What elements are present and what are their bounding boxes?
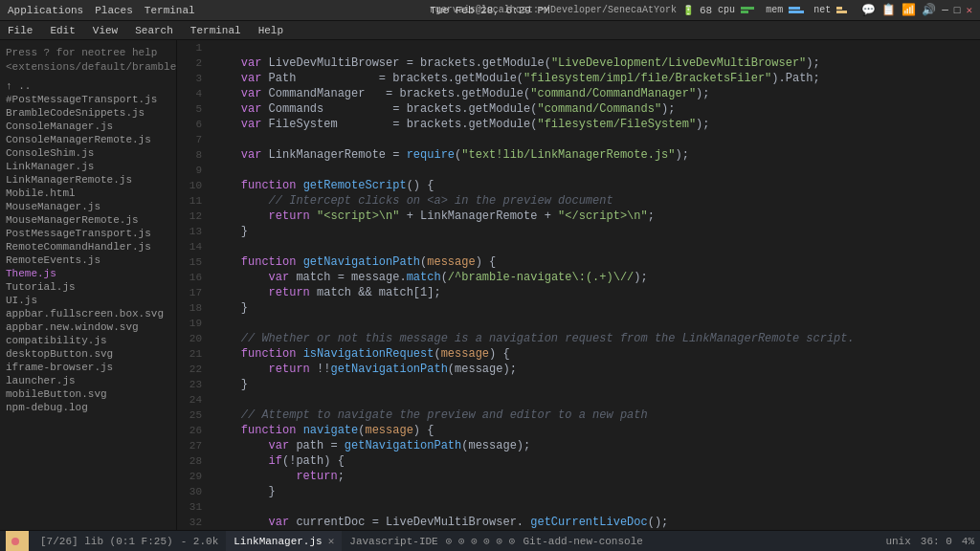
sidebar-file-item[interactable]: MouseManagerRemote.js [0,213,176,227]
table-row: 25 // Attempt to navigate the preview an… [177,408,980,423]
sidebar-file-item[interactable]: mobileButton.svg [0,387,176,401]
system-bar: Applications Places Terminal Tue Feb 28,… [0,0,980,21]
table-row: 32 var currentDoc = LiveDevMultiBrowser.… [177,515,980,530]
line-content [210,316,980,331]
line-content: } [210,300,980,316]
error-dot [11,538,19,545]
line-content: var Path = brackets.getModule("filesyste… [210,71,980,86]
line-number: 14 [177,239,210,254]
table-row: 1 [177,40,980,55]
line-content: function navigate(message) { [210,423,980,438]
line-number: 12 [177,209,210,224]
line-content: // Intercept clicks on <a> in the previe… [210,193,980,209]
sidebar-file-item[interactable]: PostMessageTransport.js [0,227,176,240]
sidebar-file-item[interactable]: iframe-browser.js [0,361,176,374]
table-row: 7 [177,132,980,147]
sidebar-file-item[interactable]: npm-debug.log [0,401,176,414]
menu-edit[interactable]: Edit [48,25,77,36]
sidebar-file-item[interactable]: Tutorial.js [0,280,176,294]
net-bar [836,4,856,17]
menu-help[interactable]: Help [256,25,285,36]
status-encoding: ⊙ ⊙ ⊙ ⊙ ⊙ ⊙ [446,535,516,547]
status-line-ending: unix [885,536,910,547]
window-minimize[interactable]: ─ [942,5,948,16]
line-content: return !!getNavigationPath(message); [210,362,980,377]
table-row: 2 var LiveDevMultiBrowser = brackets.get… [177,55,980,71]
sidebar-file-item[interactable]: LinkManager.js [0,160,176,173]
line-number: 13 [177,224,210,239]
sidebar-file-item[interactable]: MouseManager.js [0,200,176,213]
line-number: 27 [177,438,210,453]
battery-icon: 🔋 [682,5,694,16]
sidebar-file-item[interactable]: Mobile.html [0,187,176,200]
applications-menu[interactable]: Applications [8,5,83,16]
sidebar-file-item[interactable]: ConsoleShim.js [0,146,176,160]
sidebar-file-item[interactable]: desktopButton.svg [0,347,176,361]
line-content: } [210,484,980,499]
sidebar-file-item[interactable]: Theme.js [0,267,176,280]
sidebar-file-item[interactable]: ConsoleManager.js [0,120,176,133]
window-maximize[interactable]: □ [954,5,961,16]
table-row: 18 } [177,300,980,316]
line-number: 8 [177,147,210,163]
sidebar-file-item[interactable]: ↑ .. [0,79,176,93]
places-menu[interactable]: Places [95,5,133,16]
line-number: 17 [177,285,210,300]
sidebar-file-item[interactable]: appbar.new.window.svg [0,320,176,334]
line-content [210,40,980,55]
line-number: 18 [177,300,210,316]
line-number: 20 [177,331,210,346]
table-row: 4 var CommandManager = brackets.getModul… [177,86,980,101]
table-row: 24 [177,392,980,408]
sidebar-file-item[interactable]: compatibility.js [0,334,176,347]
volume-icon: 🔊 [922,3,936,17]
sidebar-file-item[interactable]: #PostMessageTransport.js [0,93,176,106]
line-content: // Attempt to navigate the preview and e… [210,408,980,423]
status-tab-filename[interactable]: LinkManager.js ✕ [226,531,342,552]
line-content: function getRemoteScript() { [210,178,980,193]
line-number: 24 [177,392,210,408]
line-number: 25 [177,408,210,423]
system-bar-clock: Tue Feb 28, 6:29 PM [430,5,549,16]
line-content: var CommandManager = brackets.getModule(… [210,86,980,101]
menu-terminal[interactable]: Terminal [189,25,243,36]
table-row: 16 var match = message.match(/^bramble-n… [177,270,980,285]
line-number: 19 [177,316,210,331]
menu-search[interactable]: Search [133,25,175,36]
table-row: 17 return match && match[1]; [177,285,980,300]
table-row: 20 // Whether or not this message is a n… [177,331,980,346]
status-col: 36: 0 [921,536,952,547]
line-content: var LinkManagerRemote = require("text!li… [210,147,980,163]
window-close[interactable]: ✕ [966,4,972,16]
menu-view[interactable]: View [91,25,120,36]
sidebar-file-item[interactable]: LinkManagerRemote.js [0,173,176,187]
line-content: var FileSystem = brackets.getModule("fil… [210,117,980,132]
line-content: return; [210,469,980,484]
terminal-menu[interactable]: Terminal [145,5,195,16]
line-content: function getNavigationPath(message) { [210,254,980,270]
line-number: 15 [177,254,210,270]
status-filetype: Javascript-IDE [349,536,437,547]
menu-bar: File Edit View Search Terminal Help [0,21,980,40]
table-row: 13 } [177,224,980,239]
cpu-label: cpu [718,5,735,15]
tab-close-button[interactable]: ✕ [328,535,335,547]
table-row: 30 } [177,484,980,499]
sidebar-file-item[interactable]: UI.js [0,294,176,307]
table-row: 21 function isNavigationRequest(message)… [177,346,980,362]
table-row: 28 if(!path) { [177,453,980,469]
sidebar-file-item[interactable]: BrambleCodeSnippets.js [0,106,176,120]
sidebar-file-item[interactable]: RemoteCommandHandler.js [0,240,176,253]
line-number: 3 [177,71,210,86]
sidebar-file-item[interactable]: appbar.fullscreen.box.svg [0,307,176,320]
sidebar-file-item[interactable]: launcher.js [0,374,176,387]
table-row: 26 function navigate(message) { [177,423,980,438]
sidebar-file-item[interactable]: RemoteEvents.js [0,253,176,267]
sidebar-file-item[interactable]: ConsoleManagerRemote.js [0,133,176,146]
menu-file[interactable]: File [6,25,34,36]
file-sidebar: Press ? for neotree help <extensions/def… [0,40,177,530]
table-row: 14 [177,239,980,254]
code-view[interactable]: 12 var LiveDevMultiBrowser = brackets.ge… [177,40,980,530]
line-content: return match && match[1]; [210,285,980,300]
code-lines: 12 var LiveDevMultiBrowser = brackets.ge… [177,40,980,530]
